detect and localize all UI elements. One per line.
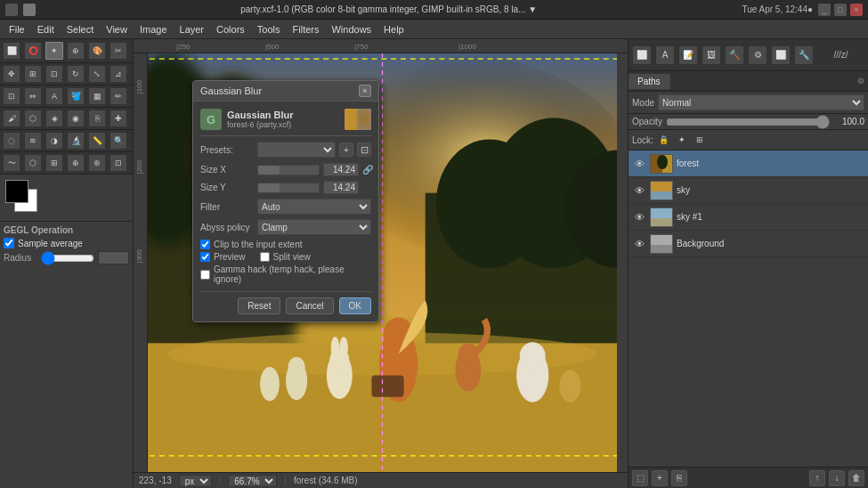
tool-ellipse-select[interactable]: ⭕: [24, 42, 42, 60]
close-button[interactable]: ×: [850, 4, 863, 16]
menu-help[interactable]: Help: [378, 22, 410, 37]
opacity-slider[interactable]: [666, 118, 830, 126]
menu-colors[interactable]: Colors: [211, 22, 250, 37]
zoom-select[interactable]: 66.7% 100% 50%: [228, 475, 277, 487]
tool-fuzzy-select[interactable]: ⊕: [67, 42, 85, 60]
size-y-input[interactable]: [323, 181, 359, 194]
layer-visibility-sky[interactable]: 👁: [632, 183, 646, 198]
layer-visibility-sky1[interactable]: 👁: [632, 210, 646, 224]
tool-paintbrush[interactable]: 🖌: [3, 110, 20, 127]
unit-select[interactable]: px %: [179, 475, 212, 487]
right-icon-7[interactable]: ⬜: [771, 45, 791, 65]
tool-heal[interactable]: ✚: [110, 110, 127, 127]
duplicate-layer-button[interactable]: ⎘: [671, 470, 687, 486]
reset-button[interactable]: Reset: [238, 297, 280, 314]
size-y-slider[interactable]: [257, 183, 320, 193]
gamma-hack-checkbox[interactable]: [200, 270, 210, 280]
maximize-button[interactable]: □: [834, 4, 847, 16]
tool-free-select[interactable]: ✦: [45, 42, 63, 60]
tool-colorpicker[interactable]: 🔬: [67, 132, 85, 150]
right-icon-3[interactable]: 📝: [678, 45, 698, 65]
tool-convolve[interactable]: ◌: [3, 132, 20, 150]
right-icon-8[interactable]: 🔧: [794, 45, 814, 65]
menu-image[interactable]: Image: [134, 22, 173, 37]
create-layer-button[interactable]: +: [652, 470, 668, 486]
tool-handle-transform[interactable]: ⊕: [67, 154, 85, 172]
tool-unified-transform[interactable]: ⊞: [45, 154, 63, 172]
lock-pixels-button[interactable]: 🔒: [657, 133, 671, 147]
layers-panel-settings-icon[interactable]: ⚙: [854, 71, 868, 91]
presets-add-button[interactable]: +: [339, 142, 353, 157]
tool-bucket-fill[interactable]: 🪣: [67, 87, 85, 105]
cancel-button[interactable]: Cancel: [286, 297, 333, 314]
tool-measure[interactable]: 📏: [88, 132, 106, 150]
menu-windows[interactable]: Windows: [326, 22, 377, 37]
lock-position-button[interactable]: ✦: [675, 133, 689, 147]
tab-paths[interactable]: Paths: [629, 74, 670, 89]
radius-slider[interactable]: [41, 253, 94, 264]
preview-checkbox[interactable]: [200, 252, 210, 262]
ok-button[interactable]: OK: [339, 297, 371, 314]
layer-visibility-background[interactable]: 👁: [632, 237, 646, 251]
layer-item-sky1[interactable]: 👁 sky #1: [629, 204, 868, 231]
tool-airbrush[interactable]: ◈: [45, 110, 63, 127]
tool-ink[interactable]: ◉: [67, 110, 85, 127]
presets-select[interactable]: [257, 142, 336, 158]
move-layer-down-button[interactable]: ↓: [829, 470, 845, 486]
presets-delete-button[interactable]: ⊡: [357, 142, 371, 157]
tool-shear[interactable]: ⊿: [110, 65, 127, 83]
chain-link-icon[interactable]: 🔗: [362, 165, 371, 175]
tool-rotate[interactable]: ↻: [67, 65, 85, 83]
tool-n-point-deform[interactable]: ⊛: [88, 154, 106, 172]
tool-perspective[interactable]: ⊡: [3, 87, 20, 105]
delete-layer-button[interactable]: 🗑: [848, 470, 864, 486]
tool-text[interactable]: A: [45, 87, 63, 105]
right-icon-6[interactable]: ⚙: [748, 45, 767, 65]
layer-visibility-forest[interactable]: 👁: [632, 157, 646, 171]
menu-view[interactable]: View: [101, 22, 133, 37]
tool-zoom[interactable]: 🔍: [110, 132, 127, 150]
tool-eraser[interactable]: ⬡: [24, 110, 42, 127]
foreground-color-swatch[interactable]: [5, 180, 28, 203]
menu-tools[interactable]: Tools: [252, 22, 286, 37]
tool-smudge[interactable]: ≋: [24, 132, 42, 150]
tool-extra[interactable]: ⊡: [110, 154, 127, 172]
menu-layer[interactable]: Layer: [174, 22, 210, 37]
right-icon-5[interactable]: 🔨: [725, 45, 744, 65]
radius-value-input[interactable]: [98, 251, 129, 264]
right-icon-4[interactable]: 🖼: [702, 45, 721, 65]
canvas-scrollbar-right[interactable]: [617, 53, 628, 472]
lock-alpha-button[interactable]: ⊞: [693, 133, 707, 147]
sample-average-checkbox[interactable]: [4, 238, 14, 248]
menu-edit[interactable]: Edit: [32, 22, 60, 37]
filter-select[interactable]: Auto IIR RLE: [257, 199, 371, 215]
tool-blend[interactable]: ▦: [88, 87, 106, 105]
move-layer-up-button[interactable]: ↑: [809, 470, 825, 486]
tool-scale[interactable]: ⤡: [88, 65, 106, 83]
size-x-input[interactable]: [323, 163, 359, 176]
tool-by-color[interactable]: 🎨: [88, 42, 106, 60]
right-icon-2[interactable]: A: [655, 45, 675, 65]
tool-move[interactable]: ✥: [3, 65, 20, 83]
dialog-close-button[interactable]: ×: [359, 85, 371, 97]
abyss-select[interactable]: Clamp None Loop Black White: [257, 219, 371, 235]
minimize-button[interactable]: _: [818, 4, 831, 16]
tool-warp[interactable]: 〜: [3, 154, 20, 172]
layer-item-background[interactable]: 👁 Background: [629, 231, 868, 257]
tool-flip[interactable]: ⇔: [24, 87, 42, 105]
layer-item-sky[interactable]: 👁 sky: [629, 177, 868, 204]
menu-file[interactable]: File: [4, 22, 30, 37]
layer-item-forest[interactable]: 👁 forest: [629, 150, 868, 177]
mode-select[interactable]: Normal Multiply Screen Overlay: [658, 94, 864, 110]
tool-cage[interactable]: ⬡: [24, 154, 42, 172]
tool-rect-select[interactable]: ⬜: [3, 42, 20, 60]
clip-extent-checkbox[interactable]: [200, 240, 210, 249]
menu-select[interactable]: Select: [61, 22, 100, 37]
new-layer-group-button[interactable]: ⬚: [632, 470, 648, 486]
tool-clone[interactable]: ⎘: [88, 110, 106, 127]
tool-align[interactable]: ⊞: [24, 65, 42, 83]
menu-filters[interactable]: Filters: [288, 22, 325, 37]
tool-dodge-burn[interactable]: ◑: [45, 132, 63, 150]
right-icon-1[interactable]: ⬜: [632, 45, 652, 65]
split-view-checkbox[interactable]: [260, 252, 270, 262]
